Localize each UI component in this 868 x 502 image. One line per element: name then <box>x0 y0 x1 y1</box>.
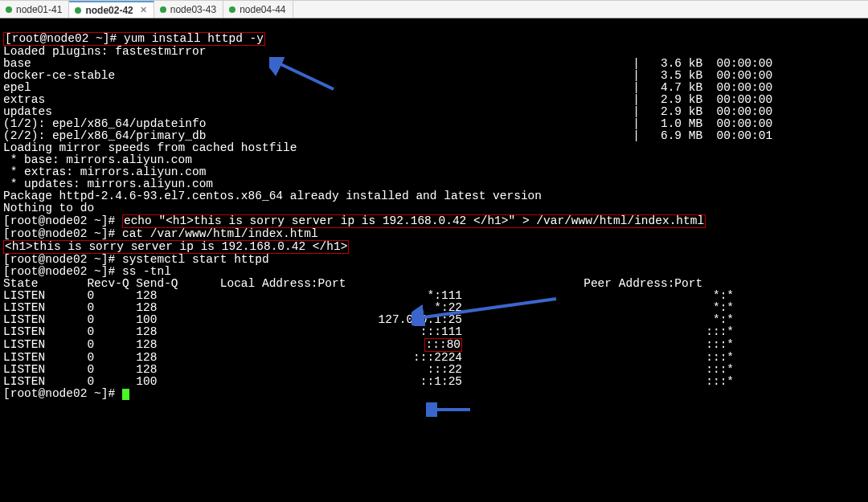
tab-bar: node01-41 node02-42 ✕ node03-43 node04-4… <box>0 0 868 18</box>
terminal-cursor <box>122 389 129 400</box>
mirror-header: Loading mirror speeds from cached hostfi… <box>3 141 297 154</box>
tab-label: node01-41 <box>16 4 62 15</box>
shell-prompt: [root@node02 ~]# <box>3 387 122 400</box>
plugins-line: Loaded plugins: fastestmirror <box>3 45 206 58</box>
svg-point-3 <box>229 6 235 13</box>
tab-node03[interactable]: node03-43 <box>154 1 223 18</box>
cmd-yum: yum install httpd -y <box>124 32 264 45</box>
shell-prompt: [root@node02 ~]# <box>5 32 124 45</box>
cmd-cat: cat /var/www/html/index.html <box>122 227 318 240</box>
cmd-ss: ss -tnl <box>122 265 171 278</box>
shell-prompt: [root@node02 ~]# <box>3 227 122 240</box>
tab-node02[interactable]: node02-42 ✕ <box>69 1 154 18</box>
highlight-port-80: :::80 <box>424 338 463 352</box>
shell-prompt: [root@node02 ~]# <box>3 265 122 278</box>
tab-node01[interactable]: node01-41 <box>0 1 69 18</box>
shell-prompt: [root@node02 ~]# <box>3 214 122 227</box>
nothing-to-do: Nothing to do <box>3 202 94 214</box>
tab-label: node03-43 <box>170 4 216 15</box>
svg-point-1 <box>75 7 81 14</box>
tab-label: node02-42 <box>85 5 133 16</box>
cmd-echo: echo "<h1>this is sorry server ip is 192… <box>124 214 704 227</box>
tab-label: node04-44 <box>240 4 285 15</box>
shell-prompt: [root@node02 ~]# <box>3 253 122 266</box>
svg-point-0 <box>6 6 12 13</box>
terminal-output: [root@node02 ~]# yum install httpd -y Lo… <box>3 32 865 400</box>
cat-output: <h1>this is sorry server ip is 192.168.0… <box>5 240 347 253</box>
pkg-installed: Package httpd-2.4.6-93.el7.centos.x86_64… <box>3 190 542 202</box>
tab-node04[interactable]: node04-44 <box>223 1 293 18</box>
terminal[interactable]: [root@node02 ~]# yum install httpd -y Lo… <box>0 18 868 502</box>
close-icon[interactable]: ✕ <box>140 5 147 15</box>
status-dot-icon <box>159 6 167 14</box>
status-dot-icon <box>5 6 13 14</box>
cmd-start: systemctl start httpd <box>122 253 269 266</box>
status-dot-icon <box>74 6 82 14</box>
svg-point-2 <box>160 6 166 13</box>
status-dot-icon <box>228 6 236 14</box>
